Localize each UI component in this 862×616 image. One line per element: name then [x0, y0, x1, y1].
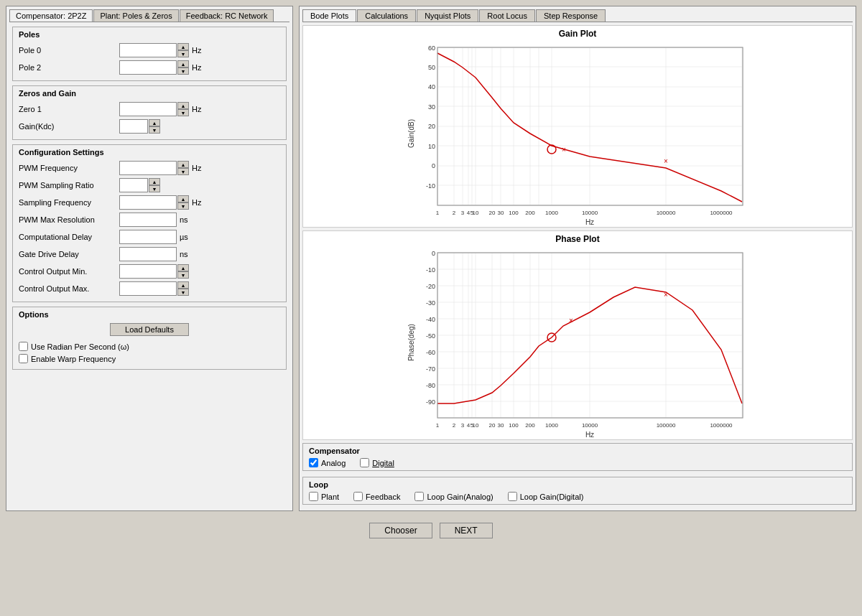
svg-text:40: 40 [428, 83, 435, 90]
pwm-ratio-spinner: ▲ ▼ [149, 178, 160, 192]
ctrl-max-input[interactable]: 5,000 [119, 281, 177, 296]
plant-checkbox[interactable] [309, 492, 318, 501]
ctrl-min-down[interactable]: ▼ [177, 271, 189, 279]
sampling-freq-unit: Hz [192, 198, 206, 207]
next-button[interactable]: NEXT [440, 523, 493, 538]
tab-plant[interactable]: Plant: Poles & Zeros [93, 9, 178, 22]
gain-plot-container: Gain Plot [302, 25, 853, 228]
pwm-ratio-down[interactable]: ▼ [149, 185, 160, 192]
pwm-freq-down[interactable]: ▼ [177, 168, 189, 175]
pwm-ratio-up[interactable]: ▲ [149, 178, 160, 185]
gain-down[interactable]: ▼ [149, 126, 160, 134]
pwm-res-input[interactable]: 2.500e-01 [119, 213, 177, 227]
svg-text:10: 10 [473, 210, 479, 216]
pole0-label: Pole 0 [19, 46, 119, 55]
svg-text:-90: -90 [426, 398, 435, 406]
load-defaults-button[interactable]: Load Defaults [110, 323, 189, 336]
svg-text:-10: -10 [426, 266, 435, 274]
svg-text:20: 20 [428, 123, 435, 130]
comp-delay-row: Computational Delay 1.350 µs [19, 230, 280, 244]
ctrl-max-down[interactable]: ▼ [177, 289, 189, 296]
bottom-bar: Chooser NEXT [0, 517, 862, 544]
gain-input-group: 1 ▲ ▼ [119, 119, 160, 134]
right-panel: Bode Plots Calculations Nyquist Plots Ro… [299, 6, 856, 511]
loop-gain-digital-checkbox[interactable] [508, 492, 517, 501]
svg-text:100000: 100000 [657, 422, 676, 429]
digital-label: Digital [372, 459, 394, 467]
svg-text:100: 100 [509, 422, 519, 429]
zero1-input[interactable]: 1,000 [119, 102, 177, 116]
radian-checkbox[interactable] [19, 342, 28, 351]
zero1-label: Zero 1 [19, 105, 119, 113]
pole0-down[interactable]: ▼ [177, 50, 189, 57]
digital-checkbox[interactable] [360, 458, 369, 467]
svg-text:30: 30 [498, 210, 504, 216]
ctrl-max-up[interactable]: ▲ [177, 281, 189, 289]
sampling-freq-input[interactable]: 200,000 [119, 195, 177, 210]
plant-item: Plant [309, 492, 339, 501]
tab-root-locus[interactable]: Root Locus [479, 9, 535, 22]
left-panel: Compensator: 2P2Z Plant: Poles & Zeros F… [6, 6, 293, 511]
gain-up[interactable]: ▲ [149, 119, 160, 126]
tab-feedback[interactable]: Feedback: RC Network [180, 9, 274, 22]
pole0-up[interactable]: ▲ [177, 43, 189, 50]
digital-item: Digital [360, 458, 394, 467]
svg-text:-20: -20 [426, 283, 435, 290]
pole2-input[interactable]: 200,000 [119, 60, 177, 75]
phase-plot-container: Phase Plot [302, 230, 853, 440]
pole2-down[interactable]: ▼ [177, 67, 189, 75]
svg-text:100: 100 [509, 210, 519, 216]
feedback-checkbox[interactable] [353, 492, 363, 501]
comp-delay-input[interactable]: 1.350 [119, 230, 177, 244]
sampling-freq-label: Sampling Frequency [19, 198, 119, 207]
pole0-input[interactable]: 2,000 [119, 43, 177, 57]
ctrl-max-row: Control Output Max. 5,000 ▲ ▼ [19, 281, 280, 296]
svg-text:2: 2 [453, 210, 456, 216]
pole2-up[interactable]: ▲ [177, 60, 189, 67]
analog-checkbox[interactable] [309, 458, 318, 467]
ctrl-min-input[interactable]: 4,000 [119, 264, 177, 279]
svg-text:10000: 10000 [582, 210, 598, 216]
ctrl-min-spinner: ▲ ▼ [177, 264, 189, 279]
zero1-spinner: ▲ ▼ [177, 102, 189, 116]
tab-calculations[interactable]: Calculations [357, 9, 416, 22]
svg-text:Gain(dB): Gain(dB) [407, 119, 415, 148]
pwm-freq-input[interactable]: 800,000 [119, 161, 177, 175]
analog-item: Analog [309, 458, 346, 467]
tab-nyquist[interactable]: Nyquist Plots [417, 9, 478, 22]
ctrl-min-up[interactable]: ▲ [177, 264, 189, 271]
gate-delay-unit: ns [180, 250, 194, 258]
loop-checkbox-group: Plant Feedback Loop Gain(Analog) Loop Ga… [309, 492, 846, 501]
gate-delay-row: Gate Drive Delay 150.000 ns [19, 247, 280, 261]
loop-gain-analog-checkbox[interactable] [414, 492, 424, 501]
pwm-freq-unit: Hz [192, 164, 206, 172]
gain-input[interactable]: 1 [119, 119, 148, 134]
zeros-section: Zeros and Gain Zero 1 1,000 ▲ ▼ Hz Gain(… [12, 85, 287, 140]
zero1-up[interactable]: ▲ [177, 102, 189, 109]
svg-text:-30: -30 [426, 299, 435, 307]
warp-checkbox[interactable] [19, 354, 28, 363]
pwm-ratio-input[interactable]: 4 [119, 178, 148, 192]
pwm-freq-row: PWM Frequency 800,000 ▲ ▼ Hz [19, 161, 280, 175]
plant-label: Plant [321, 493, 339, 501]
sampling-freq-up[interactable]: ▲ [177, 195, 189, 202]
pwm-freq-up[interactable]: ▲ [177, 161, 189, 168]
svg-text:10: 10 [473, 422, 479, 429]
chooser-button[interactable]: Chooser [369, 523, 432, 538]
zero1-down[interactable]: ▼ [177, 109, 189, 116]
svg-text:×: × [664, 157, 668, 165]
gate-delay-input[interactable]: 150.000 [119, 247, 177, 261]
pole0-unit: Hz [192, 46, 206, 55]
tab-compensator[interactable]: Compensator: 2P2Z [9, 9, 93, 22]
tab-step[interactable]: Step Response [536, 9, 606, 22]
sampling-freq-row: Sampling Frequency 200,000 ▲ ▼ Hz [19, 195, 280, 210]
gate-delay-input-group: 150.000 ns [119, 247, 194, 261]
tab-bode[interactable]: Bode Plots [302, 9, 356, 22]
sampling-freq-input-group: 200,000 ▲ ▼ Hz [119, 195, 206, 210]
compensator-section: Compensator Analog Digital [302, 443, 853, 471]
analog-label: Analog [321, 459, 346, 467]
sampling-freq-down[interactable]: ▼ [177, 202, 189, 210]
config-section: Configuration Settings PWM Frequency 800… [12, 144, 287, 302]
comp-delay-input-group: 1.350 µs [119, 230, 194, 244]
svg-text:1: 1 [436, 422, 440, 429]
